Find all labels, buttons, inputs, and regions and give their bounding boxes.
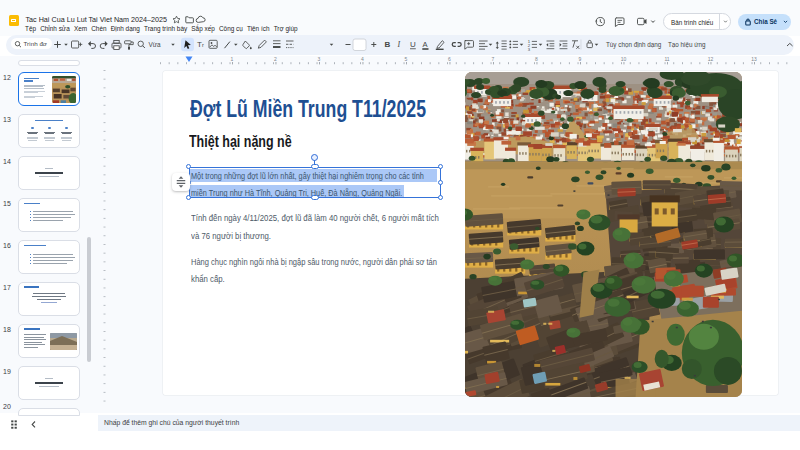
svg-text:10: 10 xyxy=(621,56,627,62)
svg-text:12: 12 xyxy=(708,56,714,62)
svg-text:6: 6 xyxy=(448,56,451,62)
svg-text:1: 1 xyxy=(231,56,234,62)
svg-text:4: 4 xyxy=(361,56,364,62)
svg-text:Tùy chọn định dạng: Tùy chọn định dạng xyxy=(606,41,662,49)
svg-text:U: U xyxy=(410,40,416,49)
svg-text:Vừa: Vừa xyxy=(149,41,162,48)
svg-text:3: 3 xyxy=(318,56,321,62)
svg-text:I: I xyxy=(397,40,401,49)
svg-text:Trình đơ: Trình đơ xyxy=(24,40,47,47)
svg-text:5: 5 xyxy=(405,56,408,62)
svg-text:2: 2 xyxy=(274,56,277,62)
svg-text:B: B xyxy=(385,40,391,49)
svg-text:Tạo hiệu ứng: Tạo hiệu ứng xyxy=(668,41,706,49)
svg-text:8: 8 xyxy=(535,56,538,62)
svg-text:7: 7 xyxy=(492,56,495,62)
svg-text:r: r xyxy=(202,42,204,48)
svg-text:3: 3 xyxy=(528,47,531,52)
svg-text:A: A xyxy=(423,40,429,49)
svg-text:9: 9 xyxy=(579,56,582,62)
svg-text:11: 11 xyxy=(664,56,669,62)
svg-text:13: 13 xyxy=(751,56,757,62)
